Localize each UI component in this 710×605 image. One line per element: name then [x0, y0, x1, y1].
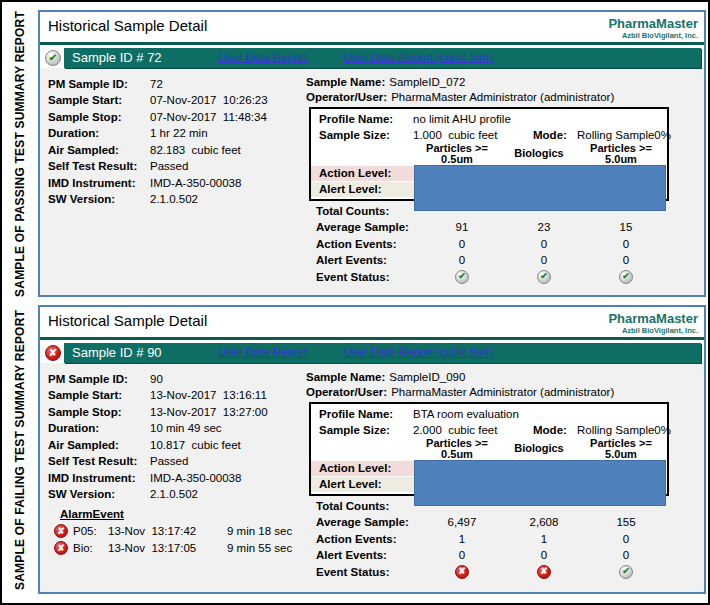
brand-name: PharmaMaster [608, 17, 698, 32]
brand-logo: PharmaMaster Azbil BioVigilant, Inc. [608, 17, 698, 41]
counts-section: Total Counts: Average Sample: 912315 Act… [309, 203, 704, 286]
col-header-biologics: Biologics [501, 438, 577, 460]
info-row: Sample Stop:13-Nov-2017 13:27:00 [48, 404, 298, 421]
column-headers: Particles >=0.5um Biologics Particles >=… [413, 143, 667, 165]
info-row: Sample Start:07-Nov-2017 10:26:23 [48, 92, 298, 109]
info-row: Sample Start:13-Nov-2017 13:16:11 [48, 387, 298, 404]
fail-status-icon [45, 345, 61, 361]
action-events-row: Action Events: 110 [309, 531, 704, 548]
info-row: Air Sampled:10.817 cubic feet [48, 437, 298, 454]
redaction-overlay [414, 165, 666, 211]
alarm-event-row: P05: 13-Nov 13:17:42 9 min 18 sec [54, 523, 298, 540]
sample-name-row: Sample Name: SampleID_090 [306, 370, 704, 385]
profile-name-row: Profile Name: no limit AHU profile [311, 111, 667, 127]
brand-company: Azbil BioVigilant, Inc. [608, 327, 698, 336]
side-label-failing: SAMPLE OF FAILING TEST SUMMARY REPORT [4, 305, 36, 594]
event-status-icon [455, 270, 469, 284]
event-status-icon [619, 565, 633, 579]
user-data-report-link[interactable]: User Data Report [218, 346, 307, 358]
counts-section: Total Counts: Average Sample: 6,4972,608… [309, 498, 704, 581]
col-header-particles-05: Particles >=0.5um [413, 438, 501, 460]
alarm-event-header: AlarmEvent [60, 506, 298, 523]
alarm-event-row: Bio: 13-Nov 13:17:05 9 min 55 sec [54, 540, 298, 557]
report-links: User Data Report User Data Report (cubic… [218, 51, 493, 63]
pass-status-icon [45, 50, 61, 66]
col-header-particles-05: Particles >=0.5um [413, 143, 501, 165]
info-row: Self Test Result:Passed [48, 158, 298, 175]
sample-size-row: Sample Size: 2.000 cubic feet Mode: Roll… [311, 422, 667, 438]
info-row: Sample Stop:07-Nov-2017 11:48:34 [48, 109, 298, 126]
sample-name-row: Sample Name: SampleID_072 [306, 75, 704, 90]
info-row: Duration:1 hr 22 min [48, 125, 298, 142]
info-row: Duration:10 min 49 sec [48, 420, 298, 437]
report-page: { "side_labels": { "passing": "SAMPLE OF… [0, 0, 710, 605]
average-sample-row: Average Sample: 912315 [309, 219, 704, 236]
action-events-row: Action Events: 000 [309, 236, 704, 253]
col-header-biologics: Biologics [501, 143, 577, 165]
sample-size-row: Sample Size: 1.000 cubic feet Mode: Roll… [311, 127, 667, 143]
report-links: User Data Report User Data Report (cubic… [218, 346, 493, 358]
redaction-overlay [414, 460, 666, 506]
info-row: IMD Instrument:IMD-A-350-00038 [48, 470, 298, 487]
col-header-particles-50: Particles >=5.0um [577, 438, 665, 460]
brand-company: Azbil BioVigilant, Inc. [608, 32, 698, 41]
brand-name: PharmaMaster [608, 312, 698, 327]
brand-logo: PharmaMaster Azbil BioVigilant, Inc. [608, 312, 698, 336]
user-data-report-link[interactable]: User Data Report [218, 51, 307, 63]
panel-header: Historical Sample Detail PharmaMaster Az… [40, 12, 704, 45]
side-label-passing: SAMPLE OF PASSING TEST SUMMARY REPORT [4, 10, 36, 297]
info-row: IMD Instrument:IMD-A-350-00038 [48, 175, 298, 192]
page-title: Historical Sample Detail [48, 17, 207, 34]
sample-detail-column: Sample Name: SampleID_072 Operator/User:… [306, 75, 704, 286]
alarm-fail-icon [54, 541, 68, 555]
event-status-row: Event Status: [309, 564, 704, 581]
sample-info-list: PM Sample ID:72 Sample Start:07-Nov-2017… [48, 76, 298, 208]
info-row: PM Sample ID:72 [48, 76, 298, 93]
alarm-event-section: AlarmEvent P05: 13-Nov 13:17:42 9 min 18… [48, 506, 298, 557]
info-row: Self Test Result:Passed [48, 453, 298, 470]
event-status-icon [455, 565, 469, 579]
panel-passing-report: Historical Sample Detail PharmaMaster Az… [38, 10, 706, 297]
event-status-row: Event Status: [309, 269, 704, 286]
panel-failing-report: Historical Sample Detail PharmaMaster Az… [38, 305, 706, 594]
alert-events-row: Alert Events: 000 [309, 252, 704, 269]
event-status-icon [619, 270, 633, 284]
event-status-icon [537, 565, 551, 579]
panel-header: Historical Sample Detail PharmaMaster Az… [40, 307, 704, 340]
col-header-particles-50: Particles >=5.0um [577, 143, 665, 165]
event-status-icon [537, 270, 551, 284]
info-row: SW Version:2.1.0.502 [48, 191, 298, 208]
operator-row: Operator/User: PharmaMaster Administrato… [306, 385, 704, 400]
alarm-fail-icon [54, 524, 68, 538]
user-data-report-cubic-link[interactable]: User Data Report (cubic foot) [343, 346, 493, 358]
user-data-report-cubic-link[interactable]: User Data Report (cubic foot) [343, 51, 493, 63]
column-headers: Particles >=0.5um Biologics Particles >=… [413, 438, 667, 460]
info-row: PM Sample ID:90 [48, 371, 298, 388]
operator-row: Operator/User: PharmaMaster Administrato… [306, 90, 704, 105]
sample-detail-column: Sample Name: SampleID_090 Operator/User:… [306, 370, 704, 581]
page-title: Historical Sample Detail [48, 312, 207, 329]
profile-name-row: Profile Name: BTA room evaluation [311, 406, 667, 422]
info-row: SW Version:2.1.0.502 [48, 486, 298, 503]
alert-events-row: Alert Events: 000 [309, 547, 704, 564]
average-sample-row: Average Sample: 6,4972,608155 [309, 514, 704, 531]
sample-info-list: PM Sample ID:90 Sample Start:13-Nov-2017… [48, 371, 298, 557]
info-row: Air Sampled:82.183 cubic feet [48, 142, 298, 159]
